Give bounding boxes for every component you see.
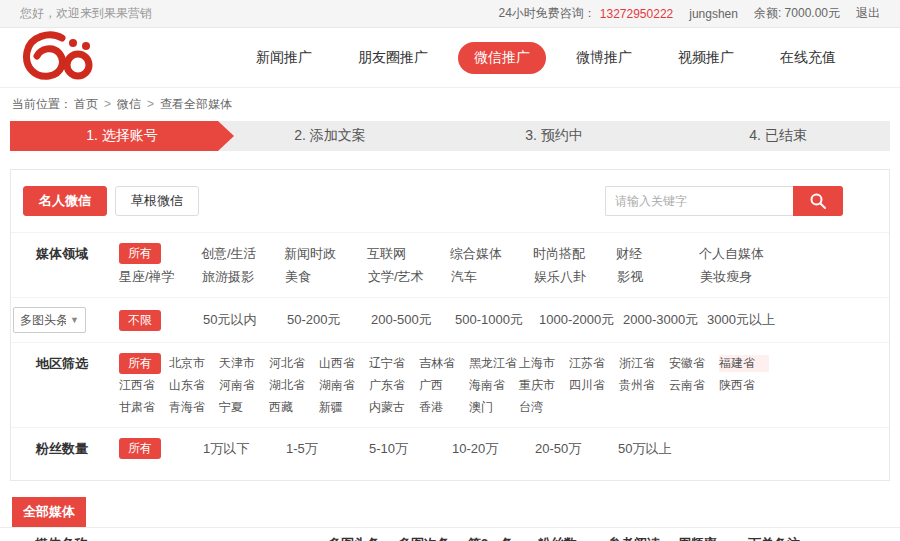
filter-option[interactable]: 西藏 [269,399,319,416]
breadcrumb-item[interactable]: 微信 [98,96,141,113]
search-input[interactable] [605,186,793,216]
filter-option[interactable]: 海南省 [469,377,519,394]
filter-option[interactable]: 创意/生活 [201,245,284,263]
filter-option[interactable]: 四川省 [569,377,619,394]
filter-option[interactable]: 10-20万 [452,440,535,458]
filter-option[interactable]: 美妆瘦身 [700,268,783,286]
filter-option[interactable]: 星座/禅学 [119,268,202,286]
filter-option[interactable]: 黑龙江省 [469,355,519,372]
filter-option[interactable]: 500-1000元 [455,311,539,329]
step-segment[interactable]: 1. 选择账号 [10,121,234,151]
keyword-search [605,186,843,216]
filter-option[interactable]: 1000-2000元 [539,311,623,329]
table-column-header: 周频率 [678,535,748,541]
filter-option[interactable]: 河北省 [269,355,319,372]
filter-option[interactable]: 5-10万 [369,440,452,458]
account-type-tab[interactable]: 名人微信 [23,186,107,216]
filter-option[interactable]: 美食 [285,268,368,286]
filter-label: 粉丝数量 [36,437,119,461]
breadcrumb-prefix: 当前位置： [12,96,72,113]
media-table-header: 媒体名称多图头条多图次条第3-n条粉丝数参考阅读周频率下单备注 [0,528,900,541]
breadcrumb-item[interactable]: 查看全部媒体 [141,96,232,113]
filter-option[interactable]: 湖北省 [269,377,319,394]
tab-all-media[interactable]: 全部媒体 [12,497,86,527]
account-type-tab[interactable]: 草根微信 [115,186,199,216]
filter-option[interactable]: 新闻时政 [284,245,367,263]
nav-item[interactable]: 朋友圈推广 [342,42,444,74]
balance-text: 余额: 7000.00元 [754,5,840,22]
filter-option[interactable]: 文学/艺术 [368,268,451,286]
filter-option[interactable]: 云南省 [669,377,719,394]
filter-option[interactable]: 北京市 [169,355,219,372]
filter-option[interactable]: 时尚搭配 [533,245,616,263]
filter-option[interactable]: 娱乐八卦 [534,268,617,286]
filter-option[interactable]: 内蒙古 [369,399,419,416]
filter-option[interactable]: 贵州省 [619,377,669,394]
filter-option[interactable]: 山东省 [169,377,219,394]
filter-option[interactable]: 澳门 [469,399,519,416]
nav-item[interactable]: 视频推广 [662,42,750,74]
filter-option[interactable]: 湖南省 [319,377,369,394]
filter-option[interactable]: 200-500元 [371,311,455,329]
filter-option[interactable]: 浙江省 [619,355,669,372]
filter-chip-all[interactable]: 所有 [119,243,161,264]
filter-option[interactable]: 台湾 [519,399,569,416]
filter-option[interactable]: 陕西省 [719,377,769,394]
breadcrumb-item[interactable]: 首页 [74,96,98,113]
filter-option[interactable]: 20-50万 [535,440,618,458]
filter-option[interactable]: 上海市 [519,355,569,372]
filter-option[interactable]: 重庆市 [519,377,569,394]
filter-option[interactable]: 甘肃省 [119,399,169,416]
step-segment[interactable]: 4. 已结束 [666,121,890,151]
filter-option[interactable]: 天津市 [219,355,269,372]
filter-option[interactable]: 新疆 [319,399,369,416]
filter-option[interactable]: 旅游摄影 [202,268,285,286]
filter-option[interactable]: 1-5万 [286,440,369,458]
filter-option[interactable]: 3000元以上 [707,311,791,329]
filter-option[interactable]: 宁夏 [219,399,269,416]
filter-option[interactable]: 辽宁省 [369,355,419,372]
filter-option[interactable]: 互联网 [367,245,450,263]
filter-label: 媒体领域 [36,242,119,266]
filter-option[interactable]: 影视 [617,268,700,286]
filter-option[interactable]: 江西省 [119,377,169,394]
filter-option[interactable]: 青海省 [169,399,219,416]
logo[interactable] [20,30,96,86]
username[interactable]: jungshen [689,7,738,21]
filter-option[interactable]: 福建省 [719,355,769,372]
filter-option[interactable]: 汽车 [451,268,534,286]
nav-item[interactable]: 新闻推广 [240,42,328,74]
step-segment[interactable]: 3. 预约中 [442,121,666,151]
filter-option[interactable]: 50-200元 [287,311,371,329]
account-type-tabs: 名人微信草根微信 [23,186,199,216]
filter-chip-unlimited[interactable]: 不限 [119,310,161,331]
search-button[interactable] [793,186,843,216]
filter-option[interactable]: 50万以上 [618,440,701,458]
filter-option[interactable]: 50元以内 [203,311,287,329]
filter-option[interactable]: 1万以下 [203,440,286,458]
filter-option[interactable]: 财经 [616,245,699,263]
filter-chip-all[interactable]: 所有 [119,438,161,459]
filter-option[interactable]: 吉林省 [419,355,469,372]
filter-row-media-field: 媒体领域 所有 创意/生活新闻时政互联网综合媒体时尚搭配财经个人自媒体 星座/禅… [11,232,889,297]
filter-option[interactable]: 香港 [419,399,469,416]
table-column-header: 多图次条 [398,535,468,541]
filter-option[interactable]: 山西省 [319,355,369,372]
filter-option[interactable]: 广西 [419,377,469,394]
filter-option[interactable]: 河南省 [219,377,269,394]
nav-item[interactable]: 在线充值 [764,42,852,74]
filter-option[interactable]: 广东省 [369,377,419,394]
logout-link[interactable]: 退出 [856,5,880,22]
filter-chip-all[interactable]: 所有 [119,353,161,374]
nav-item[interactable]: 微博推广 [560,42,648,74]
filter-option[interactable]: 综合媒体 [450,245,533,263]
filter-option[interactable]: 个人自媒体 [699,245,782,263]
filter-option[interactable]: 江苏省 [569,355,619,372]
filter-option[interactable]: 安徽省 [669,355,719,372]
table-column-header: 第3-n条 [468,535,538,541]
price-position-select[interactable]: 多图头条 ▼ [13,307,86,333]
table-column-header: 参考阅读 [608,535,678,541]
step-segment[interactable]: 2. 添加文案 [218,121,442,151]
filter-option[interactable]: 2000-3000元 [623,311,707,329]
nav-item[interactable]: 微信推广 [458,42,546,74]
